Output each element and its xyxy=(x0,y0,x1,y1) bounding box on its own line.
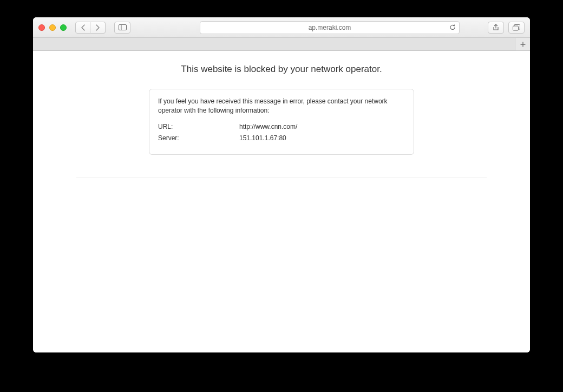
url-label: URL: xyxy=(158,122,239,132)
new-tab-button[interactable] xyxy=(515,38,530,50)
minimize-window-button[interactable] xyxy=(49,24,56,31)
zoom-window-button[interactable] xyxy=(60,24,67,31)
url-row: URL: http://www.cnn.com/ xyxy=(158,122,405,132)
titlebar: ap.meraki.com xyxy=(33,17,530,38)
svg-rect-2 xyxy=(513,26,519,30)
instruction-text: If you feel you have received this messa… xyxy=(158,97,405,116)
tabs-button[interactable] xyxy=(508,22,525,34)
divider xyxy=(76,178,487,178)
plus-icon xyxy=(520,42,526,47)
browser-window: ap.meraki.com This website is blocked by… xyxy=(33,17,530,352)
close-window-button[interactable] xyxy=(38,24,45,31)
server-label: Server: xyxy=(158,134,239,143)
forward-button[interactable] xyxy=(90,22,106,34)
url-value: http://www.cnn.com/ xyxy=(239,122,297,132)
sidebar-icon xyxy=(119,24,127,30)
reload-icon xyxy=(449,24,456,31)
tab-strip xyxy=(33,38,530,51)
nav-back-forward-group xyxy=(75,22,106,34)
sidebar-toggle-button[interactable] xyxy=(114,22,130,34)
info-box: If you feel you have received this messa… xyxy=(149,89,414,155)
address-url-text: ap.meraki.com xyxy=(309,24,351,31)
address-bar[interactable]: ap.meraki.com xyxy=(200,21,460,34)
server-row: Server: 151.101.1.67:80 xyxy=(158,134,405,143)
chevron-right-icon xyxy=(95,24,100,31)
page-content: This website is blocked by your network … xyxy=(33,51,530,352)
toolbar-right-group xyxy=(488,22,525,34)
svg-rect-0 xyxy=(119,25,126,30)
tabs-icon xyxy=(513,24,520,31)
share-icon xyxy=(493,24,499,31)
server-value: 151.101.1.67:80 xyxy=(239,134,286,143)
traffic-lights xyxy=(38,24,67,31)
chevron-left-icon xyxy=(81,24,86,31)
back-button[interactable] xyxy=(75,22,90,34)
share-button[interactable] xyxy=(488,22,504,34)
reload-button[interactable] xyxy=(449,24,456,31)
blocked-page: This website is blocked by your network … xyxy=(33,51,530,178)
blocked-heading: This website is blocked by your network … xyxy=(33,64,530,75)
